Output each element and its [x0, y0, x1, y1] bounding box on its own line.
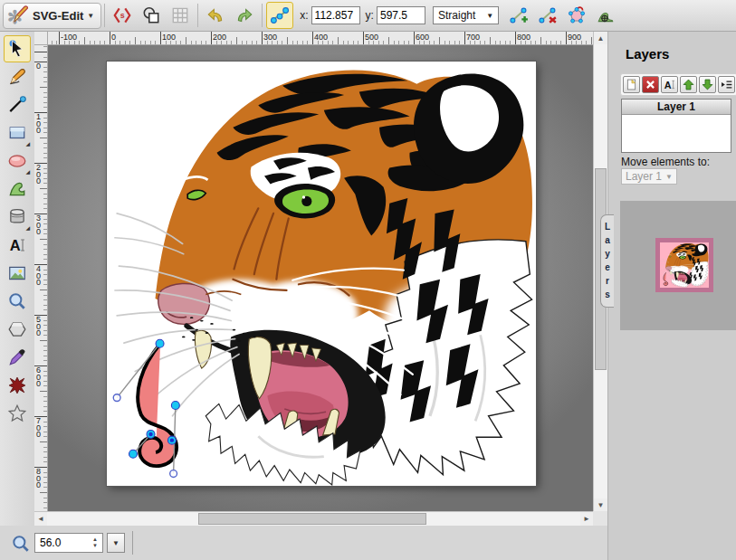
select-caret-icon: ▼ [665, 173, 673, 181]
x-coordinate-label: x: [300, 9, 308, 22]
svg-text:A: A [664, 80, 672, 90]
tool-path[interactable] [4, 176, 31, 203]
dropdown-caret-icon: ▼ [112, 539, 119, 547]
spinner-down-icon[interactable]: ▼ [92, 543, 98, 549]
tool-select[interactable] [4, 35, 31, 62]
move-elements-select[interactable]: Layer 1 ▼ [621, 168, 677, 185]
ruler-tick-label: 600 [416, 33, 429, 42]
delete-node-button[interactable] [534, 2, 561, 29]
flyout-arrow-icon[interactable]: ◢ [25, 169, 30, 175]
redo-button[interactable] [231, 2, 258, 29]
tool-line[interactable] [4, 91, 31, 119]
scroll-left-arrow[interactable]: ◄ [34, 512, 47, 526]
layer-menu-button[interactable] [718, 76, 735, 93]
source-code-icon: s [112, 5, 132, 25]
ruler-tick-label: 4 0 0 [36, 266, 41, 287]
bottom-separator [132, 531, 133, 555]
document-properties-button[interactable] [138, 2, 165, 29]
new-layer-icon [625, 78, 638, 91]
ruler-tick-label: 1 0 0 [36, 114, 41, 135]
ruler-tick-label: 700 [466, 33, 480, 42]
tool-rect[interactable]: ◢ [4, 119, 31, 147]
move-layer-down-button[interactable] [699, 76, 716, 93]
svg-edit-logo-icon: ✻ [7, 5, 29, 26]
ruler-horizontal: -10001002003004005006007008009001000 [48, 32, 593, 45]
link-control-points-icon [270, 5, 290, 25]
layer-buttons-row: A [620, 73, 736, 96]
segment-type-select[interactable]: Straight ▼ [433, 6, 499, 24]
y-coordinate-input[interactable] [377, 6, 425, 24]
ruler-tick-label: 3 0 0 [36, 215, 41, 236]
flyout-arrow-icon[interactable]: ◢ [25, 225, 30, 231]
horizontal-scrollbar-thumb[interactable] [198, 513, 426, 525]
segment-type-value: Straight [438, 9, 475, 22]
y-coordinate-label: y: [366, 9, 374, 22]
new-layer-button[interactable] [623, 76, 640, 93]
tool-polygon[interactable] [4, 316, 31, 343]
align-button[interactable] [592, 2, 619, 29]
tool-shape[interactable] [4, 372, 31, 399]
layers-panel: Layers A [607, 32, 736, 560]
document-thumbnail [655, 238, 713, 292]
ruler-vertical: 01 0 02 0 03 0 04 0 05 0 06 0 07 0 08 0 … [34, 45, 48, 511]
ruler-tick-label: 2 0 0 [36, 165, 41, 185]
rename-layer-icon: A [663, 78, 676, 91]
flyout-arrow-icon[interactable]: ◢ [25, 141, 30, 147]
tool-shapelib[interactable]: ◢ [4, 204, 31, 231]
main-menu-button[interactable]: ✻ SVG-Edit ▼ [3, 3, 101, 29]
undo-icon [206, 5, 225, 25]
path-node[interactable] [156, 339, 164, 347]
control-handle[interactable] [170, 470, 177, 478]
tool-pencil[interactable] [4, 63, 31, 90]
tool-text[interactable]: A [4, 232, 31, 259]
grid-button[interactable] [167, 2, 194, 29]
link-control-points-button[interactable] [266, 2, 293, 29]
delete-layer-icon [645, 79, 656, 90]
tool-zoom[interactable] [4, 288, 31, 315]
scroll-right-arrow[interactable]: ► [580, 512, 593, 526]
tool-image[interactable] [4, 260, 31, 287]
open-path-icon [567, 5, 587, 25]
scroll-up-arrow[interactable]: ▲ [594, 32, 607, 44]
path-node[interactable] [129, 450, 138, 458]
menu-caret-icon: ▼ [87, 12, 94, 20]
move-layer-up-button[interactable] [680, 76, 697, 93]
toolbar-separator [262, 4, 263, 27]
ruler-corner [34, 32, 48, 45]
zoom-spinner[interactable]: ▲ ▼ [90, 535, 100, 551]
layer-row[interactable]: Layer 1 [622, 100, 731, 115]
horizontal-scrollbar[interactable]: ◄ ► [34, 511, 593, 526]
shapes-overlap-icon [141, 5, 161, 25]
layers-panel-tab[interactable]: L a y e r s [600, 214, 614, 308]
control-handle[interactable] [113, 394, 120, 402]
ruler-tick-label: 5 0 0 [36, 317, 41, 337]
add-node-button[interactable] [505, 2, 532, 29]
scroll-down-arrow[interactable]: ▼ [594, 498, 607, 511]
ruler-tick-label: -100 [61, 33, 77, 42]
undo-button[interactable] [202, 2, 229, 29]
ruler-tick-label: 100 [162, 33, 176, 42]
rename-layer-button[interactable]: A [661, 76, 678, 93]
spinner-up-icon[interactable]: ▲ [92, 536, 98, 543]
main-menu-label: SVG-Edit [33, 9, 83, 23]
delete-layer-button[interactable] [642, 76, 659, 93]
zoom-preset-dropdown[interactable]: ▼ [107, 533, 125, 553]
ruler-tick-label: 500 [365, 33, 378, 42]
tool-ellipse[interactable]: ◢ [4, 147, 31, 175]
path-node[interactable] [171, 402, 179, 410]
document-thumbnail-canvas [660, 242, 709, 288]
bottom-bar: ▲ ▼ ▼ [0, 526, 607, 560]
move-elements-value: Layer 1 [626, 170, 662, 183]
scrollbar-corner [593, 511, 607, 526]
drawing-canvas[interactable] [107, 62, 536, 486]
document-overview [620, 201, 736, 330]
open-path-button[interactable] [563, 2, 590, 29]
toolbar-separator [197, 4, 198, 27]
tool-star[interactable] [4, 400, 31, 427]
ruler-tick-label: 400 [314, 33, 328, 42]
source-code-button[interactable]: s [109, 2, 136, 29]
tool-eyedropper[interactable] [4, 344, 31, 371]
x-coordinate-input[interactable] [311, 6, 360, 24]
zoom-magnifier-icon [11, 534, 31, 554]
delete-node-icon [538, 5, 558, 25]
